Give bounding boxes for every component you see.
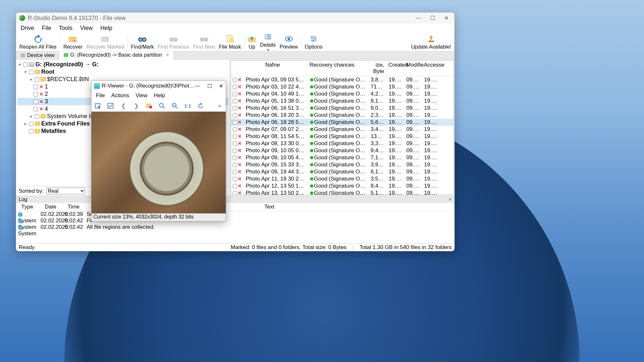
tree-checkbox[interactable] [33,107,38,111]
details-button[interactable]: Details ▼ [258,31,278,52]
file-checkbox[interactable] [233,170,237,174]
minimize-button[interactable]: — [416,15,421,22]
file-row[interactable]: ✕Photo Apr 06, 18 20 39.heicGood (Signat… [231,112,453,119]
tree-label[interactable]: 1 [45,83,48,90]
tree-label[interactable]: Extra Found Files [41,120,90,127]
tree-checkbox[interactable] [35,114,39,119]
file-row[interactable]: ✕Photo Apr 05, 13 38 03.jpgGood (Signatu… [231,97,453,105]
viewer-close-button[interactable]: ✕ [219,83,223,89]
menu-help[interactable]: Help [97,24,116,32]
file-row[interactable]: ✕Photo Apr 12, 13 50 19.jpgGood (Signatu… [231,182,453,190]
menu-view[interactable]: View [77,24,96,32]
viewer-zoom-in[interactable] [158,103,166,109]
viewer-more-button[interactable]: » [215,102,224,109]
file-checkbox[interactable] [233,92,237,96]
log-col-type[interactable]: Type [16,203,39,211]
tree-checkbox[interactable] [35,77,39,82]
viewer-zoom-out[interactable] [171,103,179,109]
file-row[interactable]: ✕Photo Apr 09, 10 05 49.jpgGood (Signatu… [231,154,453,161]
file-list-body[interactable]: ✕Photo Apr 03, 09 03 55.heicGood (Signat… [231,76,453,195]
viewer-menu-help[interactable]: Help [151,92,168,99]
viewer-prev-button[interactable]: ❮ [119,102,128,109]
file-checkbox[interactable] [233,184,237,188]
viewer-menu-view[interactable]: View [132,92,151,99]
sorted-by-select[interactable]: Real [46,188,85,194]
file-row[interactable]: ✕Photo Apr 03, 09 03 55.heicGood (Signat… [231,76,453,83]
tree-label-root[interactable]: G: (Recognized0) → G: [35,61,99,68]
tree-label[interactable]: 4 [45,106,48,112]
close-button[interactable]: ✕ [444,15,449,22]
file-checkbox[interactable] [233,113,237,117]
file-checkbox[interactable] [233,142,237,146]
viewer-minimize-button[interactable]: — [195,83,200,89]
tree-label[interactable]: Root [41,69,54,75]
up-button[interactable]: Up [246,33,258,51]
viewer-menu-actions[interactable]: Actions [108,92,132,99]
log-col-time[interactable]: Time [63,203,85,211]
options-button[interactable]: Options [303,33,324,51]
viewer-tool-pin[interactable] [93,103,102,109]
file-checkbox[interactable] [233,177,237,181]
viewer-next-button[interactable]: ❯ [132,102,140,109]
file-row[interactable]: ✕Photo Apr 06, 18 28 55.jpgGood (Signatu… [231,119,453,126]
tree-label[interactable]: Metafiles [41,128,66,135]
find-mark-button[interactable]: Find/Mark [129,33,156,51]
file-row[interactable]: ✕Photo Apr 07, 09 07 29.jpgGood (Signatu… [231,126,453,133]
file-checkbox[interactable] [233,149,237,153]
file-checkbox[interactable] [233,191,237,195]
menu-file[interactable]: File [39,24,54,32]
file-row[interactable]: ✕Photo Apr 11, 19 30 27.jpgGood (Signatu… [231,175,453,182]
log-col-date[interactable]: Date [39,203,63,211]
col-accessed[interactable]: Accesse [422,60,440,76]
file-checkbox[interactable] [233,106,237,110]
log-close-button[interactable]: × [449,197,452,202]
file-checkbox[interactable] [233,78,237,82]
col-size[interactable]: ize, Byte [369,60,386,76]
viewer-rotate[interactable] [196,103,205,109]
tab-partition[interactable]: G: (Recognized0) -> Basic data partition… [59,51,174,60]
tree-checkbox[interactable] [29,122,33,126]
file-checkbox[interactable] [233,99,237,103]
file-row[interactable]: ✕Photo Apr 04, 10 49 17.jpgGood (Signatu… [231,90,453,97]
viewer-zoom-actual[interactable]: 1:1 [184,103,192,108]
viewer-image-preview[interactable] [91,112,226,213]
reopen-all-files-button[interactable]: Reopen All Files [17,33,59,51]
file-checkbox[interactable] [233,85,237,89]
tab-device-view[interactable]: Device view [16,51,59,59]
recover-marked-button[interactable]: Recover Marked [84,33,126,51]
col-recovery[interactable]: Recovery chances [308,60,369,76]
preview-button[interactable]: Preview [278,33,300,51]
file-row[interactable]: ✕Photo Apr 09, 19 44 38.jpgGood (Signatu… [231,168,453,175]
tree-label[interactable]: 3 [45,98,48,105]
file-row[interactable]: ✕Photo Apr 13, 13 50 27.jpgGood (Signatu… [231,190,453,195]
file-checkbox[interactable] [233,127,237,132]
update-available-button[interactable]: Update Available! [409,33,453,51]
tree-checkbox[interactable] [33,92,38,97]
find-previous-button[interactable]: Find Previous [156,33,191,51]
viewer-tool-reuse[interactable] [145,103,153,109]
tab-close-icon[interactable]: × [166,52,169,58]
file-row[interactable]: ✕Photo Apr 09, 10 05 03.jpgGood (Signatu… [231,147,453,154]
tree-label[interactable]: 2 [45,91,48,97]
file-checkbox[interactable] [233,163,237,167]
file-row[interactable]: ✕Photo Apr 09, 15 33 37.jpgGood (Signatu… [231,161,453,168]
file-row[interactable]: ✕Photo Apr 03, 10 22 48.jpgGood (Signatu… [231,83,453,90]
find-next-button[interactable]: Find Next [191,33,217,51]
file-row[interactable]: ✕Photo Apr 08, 13 30 07.heicGood (Signat… [231,140,453,147]
viewer-tool-check[interactable] [106,103,115,109]
viewer-titlebar[interactable]: R-Viewer - G: (Recognized0)\3\Photo… — ☐… [91,81,226,91]
menu-drive[interactable]: Drive [17,24,37,32]
file-checkbox[interactable] [233,156,237,160]
col-name[interactable]: ▴Name [238,60,308,76]
tree-checkbox[interactable] [33,99,38,104]
tree-checkbox[interactable] [29,70,33,74]
file-row[interactable]: ✕Photo Apr 06, 16 51 34.jpgGood (Signatu… [231,105,453,112]
viewer-maximize-button[interactable]: ☐ [207,83,212,89]
tree-checkbox[interactable] [29,129,33,134]
file-checkbox[interactable] [233,135,237,139]
col-created[interactable]: Created [386,60,404,76]
viewer-menu-file[interactable]: File [93,92,108,99]
menu-tools[interactable]: Tools [56,24,76,32]
file-row[interactable]: ✕Photo Apr 08, 11 54 55.heicGood (Signat… [231,133,453,140]
tree-checkbox[interactable] [23,62,28,67]
